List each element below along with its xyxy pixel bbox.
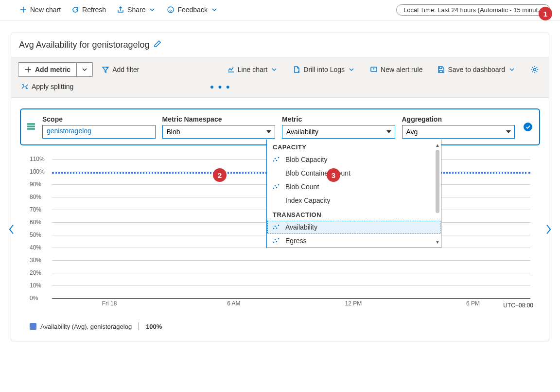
- confirm-icon: [524, 123, 532, 131]
- add-metric-group: Add metric: [18, 62, 93, 77]
- chevron-down-icon: [348, 66, 355, 73]
- dropdown-item-label: Egress: [285, 237, 307, 245]
- drill-logs-label: Drill into Logs: [303, 66, 345, 73]
- metric-dropdown: CAPACITYBlob CapacityBlob Container Coun…: [266, 140, 441, 248]
- svg-point-7: [275, 158, 276, 160]
- gridline: [52, 273, 530, 273]
- add-filter-button[interactable]: Add filter: [99, 64, 142, 75]
- add-metric-label: Add metric: [35, 66, 70, 73]
- chart-prev-button[interactable]: [8, 224, 15, 237]
- metric-sparkle-icon: [273, 183, 280, 190]
- legend-text: Availability (Avg), genistoragelog: [40, 323, 132, 330]
- add-metric-dropdown[interactable]: [77, 62, 93, 77]
- aggregation-select[interactable]: [402, 125, 515, 139]
- svg-rect-4: [27, 125, 35, 127]
- x-tick-label: 6 PM: [466, 300, 480, 307]
- callout-1: 1: [539, 7, 552, 20]
- line-chart-icon: [227, 66, 235, 73]
- metric-label: Metric: [282, 115, 395, 123]
- y-tick-label: 90%: [30, 181, 41, 188]
- x-tick-label: 6 AM: [227, 300, 240, 307]
- svg-point-0: [168, 7, 174, 13]
- save-dashboard-button[interactable]: Save to dashboard: [434, 64, 519, 75]
- aggregation-label: Aggregation: [402, 115, 515, 123]
- chevron-down-icon: [270, 66, 278, 73]
- metric-sparkle-icon: [273, 224, 280, 231]
- svg-point-15: [275, 185, 276, 187]
- more-menu-button[interactable]: ● ● ●: [210, 83, 231, 90]
- plus-icon: [24, 66, 32, 73]
- callout-2: 2: [213, 168, 227, 182]
- logs-icon: [293, 66, 300, 73]
- legend-value: 100%: [146, 323, 162, 330]
- namespace-label: Metric Namespace: [162, 115, 276, 123]
- dropdown-item[interactable]: Index Capacity: [267, 194, 441, 207]
- settings-button[interactable]: [527, 63, 542, 76]
- apply-splitting-button[interactable]: Apply splitting: [18, 81, 76, 92]
- new-chart-button[interactable]: New chart: [18, 4, 63, 16]
- chart-legend: Availability (Avg), genistoragelog 100%: [11, 315, 549, 341]
- pencil-icon: [154, 40, 161, 48]
- chevron-down-icon: [210, 6, 218, 14]
- gridline: [52, 298, 530, 299]
- y-tick-label: 40%: [30, 244, 41, 251]
- y-tick-label: 100%: [30, 168, 45, 175]
- metric-sparkle-icon: [273, 156, 280, 163]
- time-range-pill[interactable]: Local Time: Last 24 hours (Automatic - 1…: [396, 4, 550, 16]
- svg-point-25: [278, 225, 280, 226]
- dropdown-item-label: Blob Capacity: [285, 156, 327, 163]
- refresh-label: Refresh: [82, 6, 106, 14]
- namespace-select[interactable]: [162, 125, 276, 139]
- refresh-button[interactable]: Refresh: [70, 4, 108, 16]
- dropdown-item[interactable]: Blob Capacity: [267, 153, 441, 166]
- metric-select[interactable]: [282, 125, 395, 139]
- feedback-button[interactable]: Feedback: [165, 4, 220, 16]
- dropdown-item[interactable]: Blob Count: [267, 180, 441, 194]
- gear-icon: [530, 65, 539, 74]
- svg-point-23: [275, 226, 276, 227]
- refresh-icon: [71, 6, 79, 14]
- y-tick-label: 0%: [30, 295, 38, 302]
- smiley-icon: [167, 6, 175, 14]
- chart-next-button[interactable]: [545, 224, 552, 237]
- svg-point-26: [273, 242, 275, 243]
- chart-card: Avg Availability for genistoragelog Add …: [11, 33, 549, 341]
- x-tick-label: Fri 18: [102, 300, 117, 307]
- y-tick-label: 10%: [30, 282, 41, 289]
- dropdown-item[interactable]: Blob Container Count: [267, 166, 441, 180]
- y-tick-label: 30%: [30, 257, 41, 264]
- svg-point-6: [273, 160, 275, 162]
- edit-title-button[interactable]: [154, 40, 161, 50]
- card-title: Avg Availability for genistoragelog: [19, 40, 150, 50]
- y-tick-label: 50%: [30, 232, 41, 238]
- dropdown-item[interactable]: Availability: [267, 220, 441, 234]
- save-dashboard-label: Save to dashboard: [448, 66, 505, 73]
- svg-point-29: [278, 238, 280, 240]
- scope-value[interactable]: genistoragelog: [42, 125, 156, 139]
- namespace-field: Metric Namespace: [162, 115, 276, 139]
- dropdown-item[interactable]: Egress: [267, 234, 441, 248]
- dropdown-scrollbar[interactable]: ▲▼: [435, 143, 440, 245]
- svg-point-2: [534, 69, 536, 71]
- timezone-label: UTC+08:00: [503, 302, 533, 309]
- legend-separator: [139, 322, 139, 330]
- resource-icon: [27, 122, 35, 132]
- new-alert-button[interactable]: New alert rule: [367, 64, 425, 75]
- dropdown-item-label: Blob Container Count: [285, 169, 350, 177]
- share-button[interactable]: Share: [115, 4, 158, 16]
- dropdown-item-label: Availability: [285, 223, 317, 231]
- dropdown-item-label: Blob Count: [285, 183, 319, 191]
- split-icon: [21, 83, 29, 90]
- scope-field: Scope genistoragelog: [42, 115, 156, 139]
- y-tick-label: 110%: [30, 156, 45, 162]
- apply-splitting-label: Apply splitting: [32, 83, 73, 90]
- callout-3: 3: [327, 168, 340, 182]
- svg-point-17: [278, 184, 280, 186]
- new-chart-label: New chart: [30, 6, 61, 14]
- y-tick-label: 70%: [30, 206, 41, 213]
- scope-label: Scope: [42, 115, 156, 123]
- add-metric-button[interactable]: Add metric: [18, 62, 77, 77]
- line-chart-button[interactable]: Line chart: [224, 64, 281, 75]
- y-tick-label: 80%: [30, 194, 41, 200]
- drill-logs-button[interactable]: Drill into Logs: [290, 64, 358, 75]
